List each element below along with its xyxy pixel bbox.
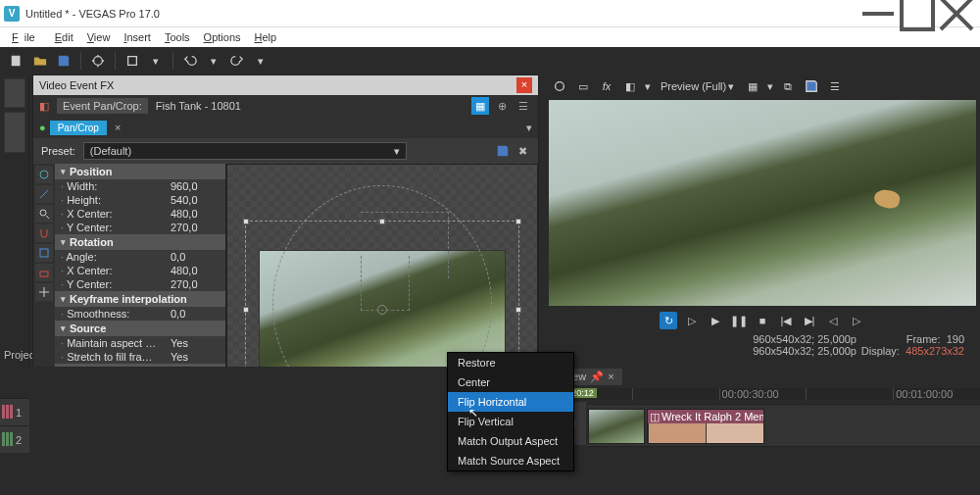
dropdown-icon[interactable]: ▾: [252, 52, 270, 70]
fx-panel-header[interactable]: Video Event FX ×: [33, 75, 538, 95]
overlays-icon[interactable]: ▦: [744, 77, 761, 95]
video-fx-icon[interactable]: fx: [598, 77, 615, 95]
magnet-icon[interactable]: [35, 224, 53, 242]
timeline-ruler[interactable]: +20:12 00:00:00 00:00:30:00 00:01:00:00: [545, 388, 980, 400]
menu-bar: File Edit View Insert Tools Options Help: [0, 27, 980, 47]
timeline-clip[interactable]: ◫Wreck It Ralph 2 Meme …fx≡: [647, 409, 764, 444]
ctx-flip-horizontal[interactable]: Flip Horizontal: [448, 392, 573, 412]
prop-row[interactable]: X Center:480,0: [55, 207, 225, 221]
preset-select[interactable]: (Default) ▾: [83, 142, 407, 160]
dropdown-icon[interactable]: ▾: [645, 80, 651, 93]
prop-row[interactable]: Y Center:270,0: [55, 221, 225, 234]
show-properties-icon[interactable]: [35, 166, 53, 183]
size-about-center-icon[interactable]: [35, 283, 53, 301]
prop-row[interactable]: Angle:0,0: [55, 250, 225, 264]
open-icon[interactable]: [31, 52, 49, 70]
prop-row[interactable]: Y Center:270,0: [55, 277, 225, 291]
move-freely-icon[interactable]: [35, 244, 53, 262]
ctx-flip-vertical[interactable]: Flip Vertical: [448, 412, 573, 431]
play-start-button[interactable]: ▷: [683, 312, 701, 329]
clip-crop-icon[interactable]: ◫: [650, 411, 660, 423]
prop-row[interactable]: Maintain aspect …Yes: [55, 336, 225, 350]
properties-icon[interactable]: [89, 52, 107, 70]
stop-button[interactable]: ■: [754, 312, 771, 329]
menu-view[interactable]: View: [81, 29, 117, 45]
menu-tools[interactable]: Tools: [159, 29, 196, 45]
track-header-audio[interactable]: 2: [0, 425, 29, 453]
go-end-button[interactable]: ▶|: [801, 312, 818, 329]
window-titlebar: V Untitled * - VEGAS Pro 17.0: [0, 0, 980, 27]
split-screen-icon[interactable]: ◧: [621, 77, 639, 95]
menu-help[interactable]: Help: [249, 29, 283, 45]
section-rotation[interactable]: Rotation: [55, 234, 225, 250]
menu-options[interactable]: Options: [198, 29, 247, 45]
timeline-clip[interactable]: [588, 409, 645, 444]
close-button[interactable]: [937, 0, 976, 27]
prop-row[interactable]: Height:540,0: [55, 193, 225, 207]
save-preset-icon[interactable]: [495, 143, 511, 159]
chevron-down-icon: ▾: [394, 145, 400, 158]
pan-crop-toggle-icon[interactable]: ▦: [471, 97, 489, 115]
close-icon[interactable]: ×: [608, 371, 613, 382]
prev-frame-button[interactable]: ◁: [824, 312, 842, 329]
section-source[interactable]: Source: [55, 321, 225, 336]
dropdown-icon[interactable]: ▾: [205, 52, 222, 70]
pause-button[interactable]: ❚❚: [730, 312, 748, 329]
dropdown-icon[interactable]: ▾: [147, 52, 165, 70]
fx-chain-toggle-icon[interactable]: ●: [39, 122, 46, 133]
delete-preset-icon[interactable]: ✖: [514, 143, 530, 159]
remove-fx-icon[interactable]: ×: [115, 122, 126, 133]
minimize-button[interactable]: [858, 0, 898, 27]
section-keyframe[interactable]: Keyframe interpolation: [55, 291, 225, 307]
resize-handle[interactable]: [243, 307, 249, 313]
timeline[interactable]: ◫ fx ≡ ◫Wreck It Ralph 2 Meme …fx≡: [545, 402, 980, 495]
pin-icon[interactable]: 📌: [590, 371, 604, 383]
undo-icon[interactable]: [181, 52, 199, 70]
prop-row[interactable]: Width:960,0: [55, 179, 225, 193]
ctx-match-output[interactable]: Match Output Aspect: [448, 431, 573, 451]
prop-row[interactable]: Smoothness:0,0: [55, 307, 225, 321]
next-frame-button[interactable]: ▷: [848, 312, 865, 329]
preview-video[interactable]: [549, 100, 976, 306]
resize-handle[interactable]: [243, 219, 249, 224]
lock-aspect-icon[interactable]: [35, 264, 53, 281]
copy-snapshot-icon[interactable]: ⧉: [779, 77, 797, 95]
external-monitor-icon[interactable]: ▭: [574, 77, 592, 95]
fx-list-icon[interactable]: ☰: [514, 97, 532, 115]
redo-icon[interactable]: [228, 52, 246, 70]
ctx-center[interactable]: Center: [448, 372, 573, 392]
preview-more-icon[interactable]: ☰: [826, 77, 844, 95]
section-position[interactable]: Position: [55, 164, 225, 179]
prop-row[interactable]: Stretch to fill fra…Yes: [55, 350, 225, 364]
media-bin-slot[interactable]: [4, 78, 25, 108]
pan-crop-chip[interactable]: Pan/Crop: [50, 121, 107, 135]
menu-file[interactable]: File: [6, 29, 47, 45]
zoom-edit-icon[interactable]: [35, 205, 53, 223]
dropdown-icon[interactable]: ▾: [767, 80, 773, 93]
save-icon[interactable]: [55, 52, 73, 70]
loop-button[interactable]: ↻: [660, 312, 677, 329]
fx-chain-icon[interactable]: ⊕: [493, 97, 511, 115]
menu-edit[interactable]: Edit: [49, 29, 79, 45]
bypass-icon[interactable]: ◧: [39, 100, 49, 113]
preview-quality-select[interactable]: Preview (Full) ▾: [657, 79, 738, 94]
menu-insert[interactable]: Insert: [118, 29, 157, 45]
preview-settings-icon[interactable]: [551, 77, 568, 95]
new-project-icon[interactable]: [8, 52, 25, 70]
timeline-track[interactable]: ◫Wreck It Ralph 2 Meme …fx≡: [588, 404, 980, 447]
ctx-restore[interactable]: Restore: [448, 353, 573, 372]
ctx-match-source[interactable]: Match Source Aspect: [448, 451, 573, 470]
play-button[interactable]: ▶: [707, 312, 724, 329]
normal-edit-icon[interactable]: [35, 185, 53, 203]
save-snapshot-icon[interactable]: [803, 77, 820, 95]
chevron-down-icon[interactable]: ▾: [526, 122, 532, 134]
resize-handle[interactable]: [515, 307, 521, 313]
track-header-video[interactable]: 1: [0, 398, 29, 425]
go-start-button[interactable]: |◀: [777, 312, 795, 329]
prop-row[interactable]: X Center:480,0: [55, 264, 225, 277]
resize-handle[interactable]: [515, 219, 521, 224]
media-bin-slot[interactable]: [4, 112, 25, 153]
action-icon[interactable]: [123, 52, 141, 70]
maximize-button[interactable]: [898, 0, 937, 27]
close-icon[interactable]: ×: [516, 77, 532, 93]
